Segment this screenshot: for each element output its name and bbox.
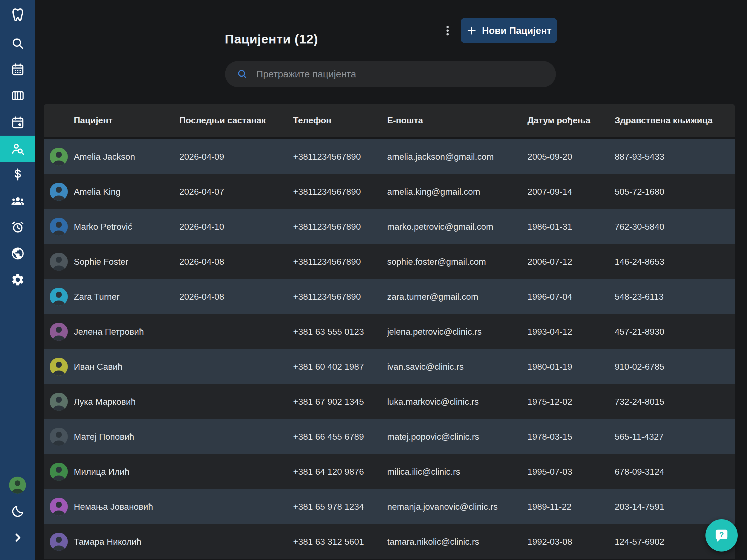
phone: +381 67 902 1345	[293, 397, 387, 407]
insurance-number: 887-93-5433	[615, 152, 735, 162]
globe-icon	[11, 246, 25, 261]
insurance-number: 505-72-1680	[615, 187, 735, 197]
sidebar-item-patients[interactable]	[0, 136, 35, 162]
table-row[interactable]: Лука Марковић +381 67 902 1345 luka.mark…	[44, 384, 735, 419]
patient-name: Матеј Поповић	[74, 432, 179, 442]
birth-date: 1992-03-08	[527, 537, 615, 547]
patient-avatar	[50, 288, 68, 306]
patient-name: Sophie Foster	[74, 257, 179, 267]
user-avatar[interactable]	[9, 477, 26, 493]
table-row[interactable]: Иван Савић +381 60 402 1987 ivan.savic@c…	[44, 349, 735, 384]
birth-date: 1995-07-03	[527, 467, 615, 477]
table-row[interactable]: Zara Turner 2026-04-08 +3811234567890 za…	[44, 279, 735, 314]
patient-name: Marko Petrović	[74, 222, 179, 232]
birth-date: 1989-11-22	[527, 502, 615, 512]
sidebar-item-schedule[interactable]	[0, 109, 35, 136]
email: matej.popovic@clinic.rs	[387, 432, 527, 442]
table-row[interactable]: Јелена Петровић +381 63 555 0123 jelena.…	[44, 314, 735, 349]
email: ivan.savic@clinic.rs	[387, 362, 527, 372]
sidebar-item-calendar[interactable]	[0, 56, 35, 82]
column-header-phone: Телефон	[293, 116, 387, 126]
table-row[interactable]: Милица Илић +381 64 120 9876 milica.ilic…	[44, 454, 735, 489]
sidebar	[0, 0, 35, 560]
dollar-icon	[11, 167, 25, 182]
patient-avatar	[50, 148, 68, 166]
last-appointment: 2026-04-08	[179, 257, 293, 267]
svg-text:?: ?	[719, 531, 724, 539]
email: zara.turner@gmail.com	[387, 292, 527, 302]
insurance-number: 457-21-8930	[615, 327, 735, 337]
patient-avatar	[50, 323, 68, 341]
sidebar-item-billing[interactable]	[0, 161, 35, 187]
page-title: Пацијенти (12)	[225, 31, 318, 47]
search-icon	[11, 36, 25, 51]
column-header-last-appointment: Последњи састанак	[179, 116, 293, 126]
new-patient-button[interactable]: Нови Пацијент	[461, 18, 557, 43]
help-button[interactable]: ?	[705, 519, 738, 552]
email: sophie.foster@gmail.com	[387, 257, 527, 267]
email: luka.markovic@clinic.rs	[387, 397, 527, 407]
patient-search-bar	[225, 61, 556, 87]
email: jelena.petrovic@clinic.rs	[387, 327, 527, 337]
phone: +3811234567890	[293, 152, 387, 162]
patients-table: Пацијент Последњи састанак Телефон Е-пош…	[44, 104, 735, 559]
table-row[interactable]: Тамара Николић +381 63 312 5601 tamara.n…	[44, 524, 735, 559]
table-row[interactable]: Marko Petrović 2026-04-10 +3811234567890…	[44, 209, 735, 244]
patient-name: Amelia Jackson	[74, 152, 179, 162]
phone: +381 66 455 6789	[293, 432, 387, 442]
sidebar-item-search[interactable]	[0, 30, 35, 57]
birth-date: 2005-09-20	[527, 152, 615, 162]
sidebar-item-settings[interactable]	[0, 266, 35, 293]
patient-name: Милица Илић	[74, 467, 179, 477]
last-appointment: 2026-04-08	[179, 292, 293, 302]
chevron-right-icon	[11, 531, 25, 545]
table-row[interactable]: Amelia King 2026-04-07 +3811234567890 am…	[44, 174, 735, 209]
table-row[interactable]: Матеј Поповић +381 66 455 6789 matej.pop…	[44, 419, 735, 454]
patient-name: Иван Савић	[74, 362, 179, 372]
patient-name: Лука Марковић	[74, 397, 179, 407]
birth-date: 2007-09-14	[527, 187, 615, 197]
table-row[interactable]: Немања Јовановић +381 65 978 1234 nemanj…	[44, 489, 735, 524]
patient-avatar	[50, 393, 68, 411]
search-icon	[236, 68, 248, 80]
phone: +3811234567890	[293, 257, 387, 267]
column-header-birth-date: Датум рођења	[527, 116, 615, 126]
table-header: Пацијент Последњи састанак Телефон Е-пош…	[44, 104, 735, 137]
sidebar-item-language[interactable]	[0, 240, 35, 266]
alarm-clock-icon	[11, 220, 25, 234]
dark-mode-toggle[interactable]	[0, 498, 35, 525]
kebab-menu-icon	[441, 24, 454, 37]
patient-avatar	[50, 498, 68, 516]
email: nemanja.jovanovic@clinic.rs	[387, 502, 527, 512]
last-appointment: 2026-04-10	[179, 222, 293, 232]
patient-avatar	[50, 533, 68, 551]
phone: +381 63 312 5601	[293, 537, 387, 547]
birth-date: 2006-07-12	[527, 257, 615, 267]
patient-avatar	[50, 463, 68, 481]
more-options-button[interactable]	[440, 24, 455, 38]
sidebar-expand-button[interactable]	[0, 525, 35, 551]
insurance-number: 548-23-6113	[615, 292, 735, 302]
sidebar-item-logo[interactable]	[0, 2, 35, 28]
new-patient-button-label: Нови Пацијент	[482, 25, 552, 36]
insurance-number: 910-02-6785	[615, 362, 735, 372]
patient-avatar	[50, 253, 68, 271]
gear-icon	[11, 273, 25, 287]
sidebar-item-reminders[interactable]	[0, 214, 35, 240]
birth-date: 1978-03-15	[527, 432, 615, 442]
patient-name: Немања Јовановић	[74, 502, 179, 512]
phone: +381 64 120 9876	[293, 467, 387, 477]
help-chat-bubble-icon: ?	[713, 527, 730, 544]
table-row[interactable]: Amelia Jackson 2026-04-09 +3811234567890…	[44, 139, 735, 174]
sidebar-item-board[interactable]	[0, 82, 35, 109]
patient-avatar	[50, 183, 68, 201]
insurance-number: 146-24-8653	[615, 257, 735, 267]
insurance-number: 732-24-8015	[615, 397, 735, 407]
table-row[interactable]: Sophie Foster 2026-04-08 +3811234567890 …	[44, 244, 735, 279]
phone: +3811234567890	[293, 292, 387, 302]
sidebar-item-team[interactable]	[0, 188, 35, 214]
email: amelia.jackson@gmail.com	[387, 152, 527, 162]
people-icon	[11, 194, 25, 208]
patient-search-input[interactable]	[256, 68, 544, 80]
email: amelia.king@gmail.com	[387, 187, 527, 197]
